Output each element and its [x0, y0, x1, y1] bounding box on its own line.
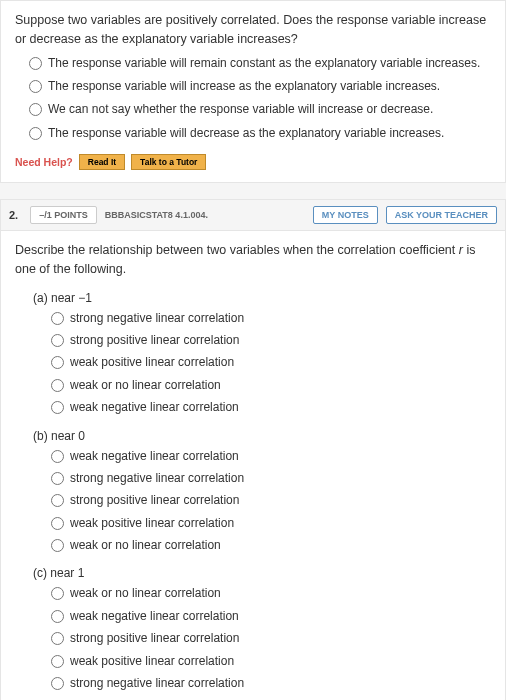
option-label: weak or no linear correlation	[70, 585, 221, 602]
points-box: –/1 POINTS	[30, 206, 97, 224]
read-it-button[interactable]: Read It	[79, 154, 125, 170]
q2a-option[interactable]: weak positive linear correlation	[51, 354, 491, 371]
radio-input[interactable]	[51, 677, 64, 690]
radio-input[interactable]	[51, 587, 64, 600]
q2c-option[interactable]: weak positive linear correlation	[51, 653, 491, 670]
my-notes-button[interactable]: MY NOTES	[313, 206, 378, 224]
radio-input[interactable]	[51, 356, 64, 369]
radio-input[interactable]	[51, 539, 64, 552]
option-label: weak positive linear correlation	[70, 515, 234, 532]
option-label: weak positive linear correlation	[70, 354, 234, 371]
radio-input[interactable]	[29, 57, 42, 70]
q2a-option[interactable]: strong negative linear correlation	[51, 310, 491, 327]
radio-input[interactable]	[51, 334, 64, 347]
radio-input[interactable]	[29, 127, 42, 140]
q2c-option[interactable]: weak negative linear correlation	[51, 608, 491, 625]
help-row: Need Help? Read It Talk to a Tutor	[15, 154, 491, 170]
option-label: weak negative linear correlation	[70, 399, 239, 416]
question-1-card: Suppose two variables are positively cor…	[0, 0, 506, 183]
part-c-options: weak or no linear correlation weak negat…	[51, 585, 491, 692]
q2a-option[interactable]: strong positive linear correlation	[51, 332, 491, 349]
q1-option[interactable]: The response variable will increase as t…	[29, 78, 491, 95]
option-label: strong positive linear correlation	[70, 492, 239, 509]
question-1-options: The response variable will remain consta…	[29, 55, 491, 143]
radio-input[interactable]	[51, 401, 64, 414]
option-label: The response variable will decrease as t…	[48, 125, 444, 142]
q2a-option[interactable]: weak negative linear correlation	[51, 399, 491, 416]
q2b-option[interactable]: weak or no linear correlation	[51, 537, 491, 554]
option-label: The response variable will remain consta…	[48, 55, 480, 72]
option-label: strong negative linear correlation	[70, 470, 244, 487]
part-a-options: strong negative linear correlation stron…	[51, 310, 491, 417]
q2b-option[interactable]: weak negative linear correlation	[51, 448, 491, 465]
q1-option[interactable]: The response variable will remain consta…	[29, 55, 491, 72]
q2c-option[interactable]: strong positive linear correlation	[51, 630, 491, 647]
q2a-option[interactable]: weak or no linear correlation	[51, 377, 491, 394]
question-number: 2.	[9, 209, 22, 221]
radio-input[interactable]	[51, 632, 64, 645]
radio-input[interactable]	[51, 517, 64, 530]
part-b-label: (b) near 0	[33, 429, 491, 443]
option-label: weak negative linear correlation	[70, 448, 239, 465]
option-label: strong positive linear correlation	[70, 630, 239, 647]
question-id: BBBASICSTAT8 4.1.004.	[105, 210, 208, 220]
need-help-label: Need Help?	[15, 156, 73, 168]
q1-option[interactable]: The response variable will decrease as t…	[29, 125, 491, 142]
radio-input[interactable]	[51, 379, 64, 392]
radio-input[interactable]	[29, 80, 42, 93]
question-2-card: Describe the relationship between two va…	[0, 230, 506, 700]
option-label: We can not say whether the response vari…	[48, 101, 433, 118]
q1-option[interactable]: We can not say whether the response vari…	[29, 101, 491, 118]
radio-input[interactable]	[51, 472, 64, 485]
option-label: strong positive linear correlation	[70, 332, 239, 349]
option-label: strong negative linear correlation	[70, 310, 244, 327]
q2b-option[interactable]: weak positive linear correlation	[51, 515, 491, 532]
option-label: The response variable will increase as t…	[48, 78, 440, 95]
part-a-label: (a) near −1	[33, 291, 491, 305]
option-label: strong negative linear correlation	[70, 675, 244, 692]
part-c-label: (c) near 1	[33, 566, 491, 580]
radio-input[interactable]	[29, 103, 42, 116]
option-label: weak negative linear correlation	[70, 608, 239, 625]
radio-input[interactable]	[51, 610, 64, 623]
radio-input[interactable]	[51, 655, 64, 668]
radio-input[interactable]	[51, 494, 64, 507]
radio-input[interactable]	[51, 312, 64, 325]
question-1-prompt: Suppose two variables are positively cor…	[15, 11, 491, 49]
q2b-option[interactable]: strong negative linear correlation	[51, 470, 491, 487]
option-label: weak or no linear correlation	[70, 377, 221, 394]
question-2-prompt: Describe the relationship between two va…	[15, 241, 491, 279]
option-label: weak positive linear correlation	[70, 653, 234, 670]
q2c-option[interactable]: weak or no linear correlation	[51, 585, 491, 602]
q2b-option[interactable]: strong positive linear correlation	[51, 492, 491, 509]
question-2-header: 2. –/1 POINTS BBBASICSTAT8 4.1.004. MY N…	[0, 199, 506, 230]
prompt-pre: Describe the relationship between two va…	[15, 243, 459, 257]
ask-your-teacher-button[interactable]: ASK YOUR TEACHER	[386, 206, 497, 224]
q2c-option[interactable]: strong negative linear correlation	[51, 675, 491, 692]
part-b-options: weak negative linear correlation strong …	[51, 448, 491, 555]
radio-input[interactable]	[51, 450, 64, 463]
talk-to-tutor-button[interactable]: Talk to a Tutor	[131, 154, 206, 170]
option-label: weak or no linear correlation	[70, 537, 221, 554]
